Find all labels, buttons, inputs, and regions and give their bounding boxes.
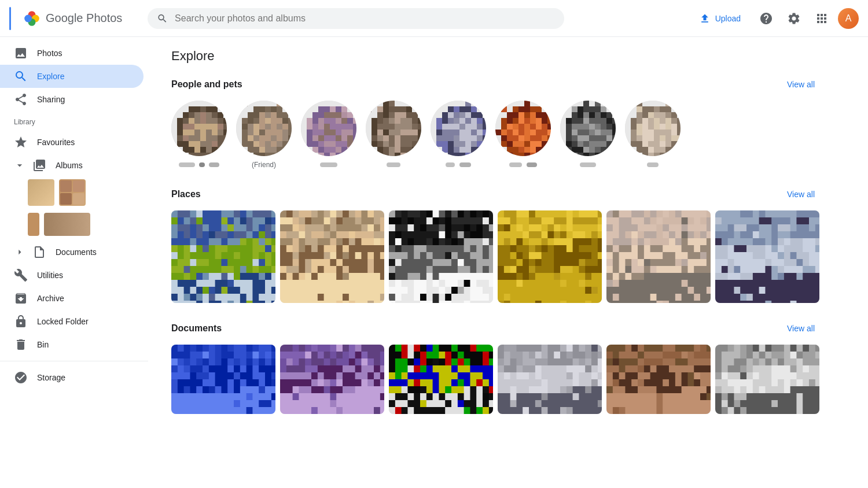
sidebar-item-photos[interactable]: Photos: [0, 42, 144, 65]
documents-section-header: Documents View all: [171, 321, 819, 335]
sidebar-item-archive-label: Archive: [37, 294, 64, 303]
person-avatar-2: [236, 101, 292, 156]
person-item-1[interactable]: [171, 101, 227, 169]
person-avatar-8: [625, 101, 681, 156]
sidebar-item-utilities[interactable]: Utilities: [0, 264, 144, 287]
doc-item-5[interactable]: [606, 345, 711, 414]
sidebar-item-sharing-label: Sharing: [37, 95, 65, 104]
doc-item-2[interactable]: [280, 345, 384, 414]
person-item-4[interactable]: [366, 101, 421, 169]
person-item-5[interactable]: [431, 101, 486, 169]
people-view-all-button[interactable]: View all: [782, 77, 819, 91]
documents-icon: [32, 245, 46, 259]
doc-item-3[interactable]: [389, 345, 493, 414]
person-item-7[interactable]: [560, 101, 616, 169]
sidebar-item-documents[interactable]: Documents: [0, 241, 144, 264]
people-section-title: People and pets: [171, 79, 242, 90]
apps-button[interactable]: [810, 7, 833, 30]
search-input[interactable]: [175, 13, 555, 24]
sidebar: Photos Explore Sharing Library Favourite…: [0, 37, 148, 488]
sharing-icon: [14, 93, 28, 106]
google-photos-logo-icon: [23, 9, 41, 28]
person-item-8[interactable]: [625, 101, 681, 169]
place-item-3[interactable]: [389, 210, 493, 303]
places-grid: [171, 210, 819, 303]
star-icon: [14, 135, 28, 149]
sidebar-item-explore-label: Explore: [37, 72, 64, 81]
library-label: Library: [0, 113, 148, 131]
docs-grid: [171, 345, 819, 414]
sidebar-item-storage-label: Storage: [37, 373, 65, 382]
doc-item-6[interactable]: [715, 345, 819, 414]
logo-text: Google Photos: [46, 12, 122, 25]
doc-item-1[interactable]: [171, 345, 275, 414]
places-section-title: Places: [171, 189, 201, 199]
sidebar-item-sharing[interactable]: Sharing: [0, 88, 144, 111]
sidebar-item-archive[interactable]: Archive: [0, 287, 144, 310]
place-item-2[interactable]: [280, 210, 384, 303]
sidebar-item-locked-folder-label: Locked Folder: [37, 317, 89, 326]
place-item-6[interactable]: [715, 210, 819, 303]
storage-icon: [14, 371, 28, 385]
people-section: People and pets View all: [171, 77, 819, 169]
logo: Google Photos: [23, 9, 138, 28]
person-name-8: [647, 161, 659, 169]
sidebar-item-storage[interactable]: Storage: [0, 366, 144, 389]
person-name-2: (Friend): [252, 161, 276, 169]
albums-icon: [32, 158, 46, 172]
sidebar-item-explore[interactable]: Explore: [0, 65, 144, 88]
person-avatar-3: [301, 101, 356, 156]
sidebar-item-albums[interactable]: Albums: [0, 154, 144, 177]
main-inner: Explore People and pets View all: [148, 37, 843, 444]
sidebar-item-locked-folder[interactable]: Locked Folder: [0, 310, 144, 333]
page-title: Explore: [171, 49, 819, 64]
upload-label: Upload: [715, 14, 741, 23]
person-avatar-5: [431, 101, 486, 156]
photos-icon: [14, 46, 28, 60]
person-name-3: [320, 161, 337, 169]
album-thumb-2[interactable]: [59, 179, 86, 206]
people-grid: (Friend): [171, 101, 819, 169]
person-avatar-7: [560, 101, 616, 156]
main-content: Explore People and pets View all: [148, 37, 868, 488]
doc-item-4[interactable]: [498, 345, 602, 414]
album-thumb-1[interactable]: [28, 179, 54, 206]
help-button[interactable]: [755, 7, 778, 30]
help-icon: [759, 12, 773, 25]
avatar[interactable]: A: [838, 8, 859, 29]
person-item-6[interactable]: [495, 101, 551, 169]
person-avatar-6: [495, 101, 551, 156]
person-name-4: [387, 161, 400, 169]
person-avatar-4: [366, 101, 421, 156]
bin-icon: [14, 338, 28, 352]
logo-accent: [9, 7, 11, 30]
person-item-2[interactable]: (Friend): [236, 101, 292, 169]
sidebar-item-albums-label: Albums: [56, 161, 83, 170]
sidebar-item-favourites-label: Favourites: [37, 138, 75, 147]
album-thumb-small-2[interactable]: [44, 213, 90, 236]
sidebar-item-favourites[interactable]: Favourites: [0, 131, 144, 154]
place-item-4[interactable]: [498, 210, 602, 303]
people-section-header: People and pets View all: [171, 77, 819, 91]
album-thumb-small-1[interactable]: [28, 213, 39, 236]
settings-button[interactable]: [782, 7, 806, 30]
lock-icon: [14, 315, 28, 328]
places-view-all-button[interactable]: View all: [782, 187, 819, 201]
app-header: Google Photos Upload A: [0, 0, 868, 37]
documents-view-all-button[interactable]: View all: [782, 321, 819, 335]
expand-documents-icon: [14, 246, 25, 258]
search-bar[interactable]: [148, 8, 564, 29]
utilities-icon: [14, 268, 28, 282]
documents-section: Documents View all: [171, 321, 819, 414]
place-item-1[interactable]: [171, 210, 275, 303]
person-name-5: [444, 161, 472, 169]
person-item-3[interactable]: [301, 101, 356, 169]
svg-point-3: [24, 14, 32, 22]
sidebar-item-bin[interactable]: Bin: [0, 333, 144, 356]
places-section-header: Places View all: [171, 187, 819, 201]
settings-icon: [787, 12, 801, 25]
upload-button[interactable]: Upload: [690, 8, 750, 29]
place-item-5[interactable]: [606, 210, 711, 303]
person-name-7: [580, 161, 596, 169]
person-name-1: [178, 161, 221, 169]
